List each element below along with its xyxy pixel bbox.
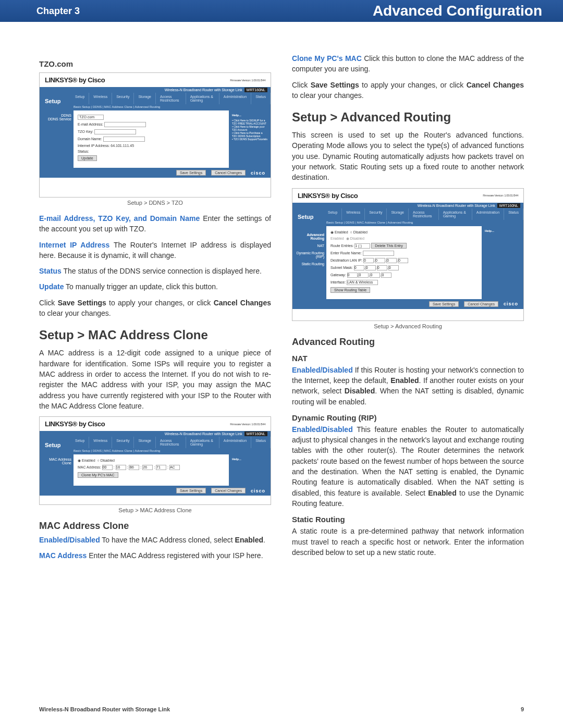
heading-rip: Dynamic Routing (RIP) bbox=[292, 413, 524, 422]
tzo-heading: TZO.com bbox=[39, 59, 271, 68]
caption-1: Setup > DDNS > TZO bbox=[39, 200, 271, 206]
heading-static-routing: Static Routing bbox=[292, 515, 524, 524]
ss3-show-routing: Show Routing Table bbox=[331, 287, 370, 293]
heading-ar-sub: Advanced Routing bbox=[292, 337, 524, 348]
ss1-save: Save Settings bbox=[176, 170, 206, 176]
ss3-delete-btn: Delete This Entry bbox=[371, 243, 407, 249]
footer-title: Wireless-N Broadband Router with Storage… bbox=[39, 706, 170, 712]
label-internet-ip: Internet IP Address bbox=[39, 241, 109, 249]
ss1-model-line: Wireless-N Broadband Router with Storage… bbox=[165, 88, 242, 92]
screenshot-advanced-routing: LINKSYS® by CiscoFirmware Version: 1.00.… bbox=[292, 188, 524, 321]
page-number: 9 bbox=[521, 706, 524, 712]
right-column: Clone My PC's MAC Click this button to c… bbox=[292, 53, 524, 566]
screenshot-mac-clone: LINKSYS® by CiscoFirmware Version: 1.00.… bbox=[39, 416, 271, 505]
heading-mac-clone-sub: MAC Address Clone bbox=[39, 521, 271, 532]
header-title: Advanced Configuration bbox=[373, 3, 542, 19]
page-header: Chapter 3 Advanced Configuration bbox=[0, 0, 563, 22]
left-column: TZO.com LINKSYS® by CiscoFirmware Versio… bbox=[39, 53, 271, 566]
save-cancel-note-1: Click Save Settings to apply your change… bbox=[39, 298, 271, 319]
label-update: Update bbox=[39, 282, 64, 291]
label-email: E-mail Address, TZO Key, and Domain Name bbox=[39, 214, 200, 223]
label-mac-address: MAC Address bbox=[39, 551, 87, 560]
screenshot-ddns-tzo: LINKSYS® by CiscoFirmware Version: 1.00.… bbox=[39, 72, 271, 198]
heading-advanced-routing: Setup > Advanced Routing bbox=[292, 110, 524, 125]
label-nat-enabled: Enabled/Disabled bbox=[292, 366, 353, 374]
label-clone-pc-mac: Clone My PC's MAC bbox=[292, 54, 362, 63]
ss1-model: WRT160NL bbox=[244, 88, 267, 92]
save-cancel-note-2: Click Save Settings to apply your change… bbox=[292, 80, 524, 101]
ss1-subtabs: Basic Setup | DDNS | MAC Address Clone |… bbox=[40, 104, 271, 110]
chapter-label: Chapter 3 bbox=[36, 6, 80, 17]
label-enabled-disabled-mac: Enabled/Disabled bbox=[39, 536, 100, 544]
ss3-side: Advanced Routing NAT Dynamic Routing (RI… bbox=[292, 226, 326, 299]
heading-mac-clone: Setup > MAC Address Clone bbox=[39, 328, 271, 342]
ss1-logo: LINKSYS® by Cisco bbox=[45, 76, 105, 84]
ss1-help: Help... • Click Here to SIGNUP for a TZO… bbox=[229, 110, 271, 168]
label-rip-enabled: Enabled/Disabled bbox=[292, 425, 353, 434]
ss1-cancel: Cancel Changes bbox=[211, 170, 246, 176]
ss1-setup: Setup bbox=[45, 98, 61, 104]
ss1-side: DDNS DDNS Service bbox=[40, 110, 74, 168]
caption-2: Setup > MAC Address Clone bbox=[39, 507, 271, 513]
ss1-content: TZO.com E-mail Address: TZO Key: Domain … bbox=[74, 110, 229, 168]
caption-3: Setup > Advanced Routing bbox=[292, 323, 524, 329]
label-status: Status bbox=[39, 267, 62, 275]
mac-clone-intro: A MAC address is a 12-digit code assigne… bbox=[39, 348, 271, 411]
static-routing-text: A static route is a pre-determined pathw… bbox=[292, 526, 524, 558]
ss1-tabs: Setup Wireless Security Storage Access R… bbox=[40, 93, 271, 104]
page-footer: Wireless-N Broadband Router with Storage… bbox=[39, 706, 524, 712]
ss1-firmware: Firmware Version: 1.00.01 B44 bbox=[230, 79, 265, 82]
ss2-side: MAC Address Clone bbox=[40, 454, 74, 486]
ss2-clone-btn: Clone My PC's MAC bbox=[78, 472, 118, 478]
page-body: TZO.com LINKSYS® by CiscoFirmware Versio… bbox=[0, 22, 563, 566]
heading-nat: NAT bbox=[292, 354, 524, 363]
ss1-update-btn: Update bbox=[78, 155, 97, 161]
advanced-routing-intro: This screen is used to set up the Router… bbox=[292, 130, 524, 182]
ss1-cisco: cisco bbox=[251, 170, 265, 176]
